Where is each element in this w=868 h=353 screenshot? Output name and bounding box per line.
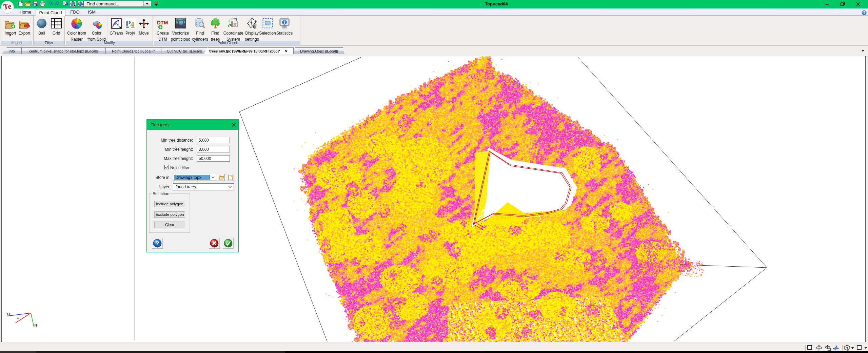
svg-text:N: N — [34, 323, 37, 327]
svg-text:?: ? — [156, 240, 159, 247]
svg-text:i: i — [284, 20, 285, 24]
svg-text:E: E — [17, 318, 19, 322]
svg-text:DTM: DTM — [157, 20, 168, 25]
svg-text:S: S — [233, 22, 236, 27]
svg-text:H: H — [7, 312, 10, 316]
